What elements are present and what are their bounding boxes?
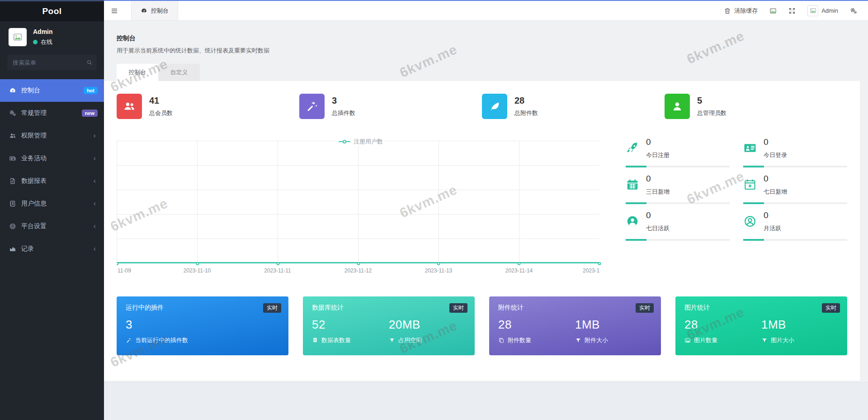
stat-label: 总插件数 xyxy=(332,109,355,117)
admin-menu[interactable]: Admin xyxy=(807,5,838,16)
users-icon xyxy=(9,132,16,139)
broken-image-icon xyxy=(769,7,777,14)
gears-icon xyxy=(850,7,857,14)
cogs-icon xyxy=(9,110,16,117)
filter-icon xyxy=(389,337,395,344)
tab-custom[interactable]: 自定义 xyxy=(158,64,200,81)
hamburger-icon xyxy=(110,7,118,15)
id-card-icon xyxy=(743,141,757,155)
x-tick-label: 2023-11-13 xyxy=(425,267,453,274)
topbar: 控制台 清除缓存 Admin xyxy=(104,0,868,21)
card-attachment-stats: 附件统计 实时 28 附件数量 1MB xyxy=(489,296,661,355)
chart-x-axis: 11-09 2023-11-10 2023-11-11 2023-11-12 2… xyxy=(117,267,599,277)
metric-label: 图片大小 xyxy=(771,336,794,344)
sidebar-item-records[interactable]: 记录 xyxy=(0,238,104,260)
card-title: 运行中的插件 xyxy=(126,304,279,312)
online-status-label: 在线 xyxy=(41,38,52,46)
card-title: 附件统计 xyxy=(498,304,652,312)
content-tabs: 控制台 自定义 xyxy=(117,64,868,81)
card-title: 图片统计 xyxy=(684,304,838,312)
rocket-icon xyxy=(626,141,639,155)
stat-value: 28 xyxy=(514,95,538,106)
user-avatar[interactable] xyxy=(8,28,27,47)
x-tick-label: 2023-11-14 xyxy=(505,267,533,274)
topbar-username: Admin xyxy=(821,7,838,14)
mini-stat-value: 0 xyxy=(764,210,781,220)
sidebar-item-userinfo[interactable]: 用户信息 xyxy=(0,192,104,215)
settings-button[interactable] xyxy=(850,7,857,14)
stat-value: 41 xyxy=(149,95,173,106)
mini-stat-7day-active: 0 七日活跃 xyxy=(626,210,730,241)
x-tick-label: 2023-11-12 xyxy=(344,267,372,274)
legend-marker xyxy=(339,141,350,142)
x-tick-label: 2023-11-11 xyxy=(264,267,291,274)
user-circle-icon xyxy=(626,215,639,228)
metric-value: 52 xyxy=(312,318,389,332)
members-icon xyxy=(117,94,142,119)
tab-dashboard[interactable]: 控制台 xyxy=(117,64,158,81)
sidebar-item-auth[interactable]: 权限管理 xyxy=(0,124,104,147)
legend-label: 注册用户数 xyxy=(354,138,383,146)
metric-label: 当前运行中的插件数 xyxy=(135,336,188,344)
file-icon xyxy=(9,177,16,185)
filter-icon xyxy=(761,337,768,344)
metric-label: 附件数量 xyxy=(508,336,531,344)
metric-label: 数据表数量 xyxy=(321,336,351,344)
chevron-left-icon xyxy=(92,156,98,162)
leaf-icon xyxy=(482,94,507,119)
app-root: Pool Admin 在线 控制台 hot xyxy=(0,0,868,420)
menu-search-input[interactable] xyxy=(7,55,97,70)
sidebar-user-panel: Admin 在线 xyxy=(0,21,104,51)
main-area: 控制台 清除缓存 Admin xyxy=(104,0,868,420)
hot-badge: hot xyxy=(84,87,98,94)
stat-total-plugins: 3 总插件数 xyxy=(299,94,482,119)
newspaper-icon xyxy=(9,155,16,162)
sidebar-toggle-button[interactable] xyxy=(104,1,125,20)
page-title: 控制台 xyxy=(117,34,868,43)
sidebar-item-platform[interactable]: 平台设置 xyxy=(0,215,104,238)
language-button[interactable] xyxy=(769,7,777,14)
topbar-tab-dashboard[interactable]: 控制台 xyxy=(131,1,178,20)
bullseye-icon xyxy=(9,223,16,230)
user-circle-outline-icon xyxy=(743,215,757,228)
mini-stat-value: 0 xyxy=(764,174,787,184)
fullscreen-button[interactable] xyxy=(788,7,796,14)
data-point xyxy=(437,262,440,265)
mini-stat-label: 今日登录 xyxy=(764,151,787,159)
calendar-plus-icon xyxy=(743,178,757,191)
metric-value: 20MB xyxy=(389,318,466,332)
stat-total-attachments: 28 总附件数 xyxy=(482,94,665,119)
chevron-left-icon xyxy=(92,224,98,229)
middle-row: 注册用户数 11-09 xyxy=(117,137,847,277)
metric-value: 1MB xyxy=(761,318,838,332)
chart-legend[interactable]: 注册用户数 xyxy=(337,138,385,146)
clear-cache-button[interactable]: 清除缓存 xyxy=(724,7,758,15)
stat-total-admins: 5 总管理员数 xyxy=(665,94,847,119)
mini-stat-today-registered: 0 今日注册 xyxy=(626,137,730,167)
metric-value: 1MB xyxy=(575,318,652,332)
magic-wand-icon xyxy=(299,94,325,119)
stat-label: 总附件数 xyxy=(514,109,538,117)
mini-stat-value: 0 xyxy=(764,137,787,147)
sidebar-item-general[interactable]: 常规管理 new xyxy=(0,102,104,124)
x-tick-label: 2023-11-10 xyxy=(184,267,211,274)
content: 控制台 用于展示当前系统中的统计数据、统计报表及重要实时数据 控制台 自定义 4… xyxy=(104,21,868,420)
card-running-plugins: 运行中的插件 实时 3 当前运行中的插件数 xyxy=(117,296,288,355)
summary-cards: 运行中的插件 实时 3 当前运行中的插件数 xyxy=(117,296,847,355)
address-book-icon xyxy=(9,200,16,207)
mini-stat-label: 月活跃 xyxy=(764,224,781,233)
data-point xyxy=(117,262,119,265)
card-database-stats: 数据库统计 实时 52 数据表数量 20MB xyxy=(303,296,475,355)
chart-plot-area xyxy=(117,141,599,263)
registered-users-chart: 注册用户数 11-09 xyxy=(117,137,605,277)
admin-user-icon xyxy=(665,94,690,119)
sidebar: Pool Admin 在线 控制台 hot xyxy=(0,0,104,420)
chevron-left-icon xyxy=(92,201,98,207)
realtime-badge: 实时 xyxy=(636,303,654,313)
sidebar-item-reports[interactable]: 数据报表 xyxy=(0,170,104,192)
stat-label: 总会员数 xyxy=(149,109,173,117)
sidebar-item-dashboard[interactable]: 控制台 hot xyxy=(0,79,104,102)
sidebar-item-business[interactable]: 业务活动 xyxy=(0,147,104,170)
footer-band xyxy=(104,382,868,420)
mini-stat-month-active: 0 月活跃 xyxy=(743,210,847,241)
